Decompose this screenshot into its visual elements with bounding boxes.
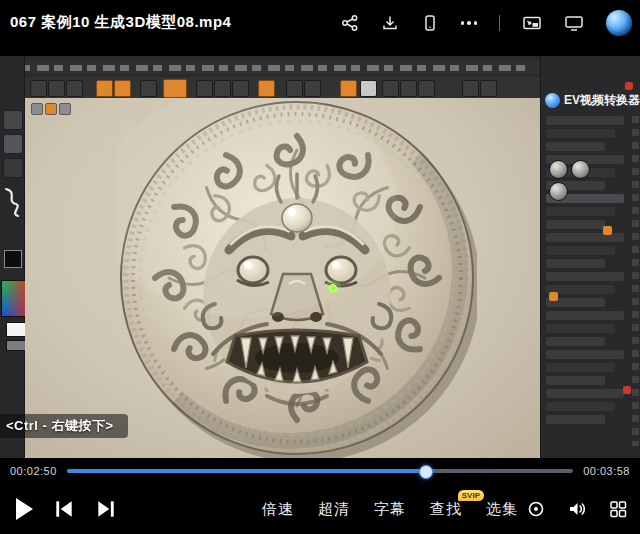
transport-controls xyxy=(16,484,117,534)
toolbar-button xyxy=(30,80,47,97)
video-surface[interactable]: EV视频转换器 <Ctrl - 右键按下> xyxy=(0,56,640,458)
alpha-swatch xyxy=(4,250,22,268)
user-avatar[interactable] xyxy=(606,10,632,36)
toolbar-button-active xyxy=(258,80,275,97)
brush-tool-icon xyxy=(3,110,23,130)
subtitle-button[interactable]: 字幕 xyxy=(374,500,406,519)
next-button[interactable] xyxy=(95,498,117,520)
volume-icon[interactable] xyxy=(566,499,588,519)
seek-bar-played xyxy=(67,469,429,473)
svip-badge: SVIP xyxy=(458,490,484,501)
toolbar-button xyxy=(480,80,497,97)
toolbar-button-active xyxy=(114,80,131,97)
share-icon[interactable] xyxy=(341,14,359,32)
watermark: EV视频转换器 xyxy=(545,92,640,109)
more-icon[interactable] xyxy=(461,21,478,25)
ev-logo-icon xyxy=(545,93,560,108)
controls-bar: 倍速 超清 字幕 查找 SVIP 选集 xyxy=(0,484,640,534)
toolbar-button xyxy=(196,80,213,97)
toolbar-button xyxy=(48,80,65,97)
seek-bar[interactable] xyxy=(67,469,573,473)
panel-orange-button xyxy=(549,292,558,301)
zbrush-menu-items xyxy=(4,65,532,71)
dragon-relief-sculpture xyxy=(117,98,477,458)
toolbar-button xyxy=(360,80,377,97)
toolbar-button xyxy=(382,80,399,97)
canvas-mini-icon xyxy=(45,103,57,115)
grid-layout-icon[interactable] xyxy=(608,499,628,519)
brush-tool-icon xyxy=(3,158,23,178)
episodes-button[interactable]: 选集 xyxy=(486,500,518,519)
toolbar-button xyxy=(304,80,321,97)
titlebar-divider xyxy=(499,15,500,31)
canvas-mini-icon xyxy=(59,103,71,115)
material-sphere-thumb xyxy=(549,160,568,179)
watermark-text: EV视频转换器 xyxy=(564,92,640,109)
keyboard-hint-overlay: <Ctrl - 右键按下> xyxy=(0,414,128,438)
titlebar-actions xyxy=(341,0,633,46)
toolbar-button-active xyxy=(340,80,357,97)
toolbar-button xyxy=(286,80,303,97)
previous-button[interactable] xyxy=(53,498,75,520)
zbrush-ui: EV视频转换器 <Ctrl - 右键按下> xyxy=(0,56,640,458)
material-sphere-thumb xyxy=(571,160,590,179)
title-bar: 067 案例10 生成3D模型08.mp4 xyxy=(0,0,640,46)
panel-orange-button xyxy=(603,226,612,235)
toolbar-button xyxy=(232,80,249,97)
brush-tool-icon xyxy=(3,134,23,154)
panel-red-button xyxy=(625,82,633,90)
seek-handle[interactable] xyxy=(419,465,433,479)
current-time: 00:02:50 xyxy=(10,465,57,477)
stroke-curve-icon xyxy=(2,186,22,218)
toolbar-button-active xyxy=(96,80,113,97)
toolbar-button xyxy=(66,80,83,97)
video-player-window: 067 案例10 生成3D模型08.mp4 xyxy=(0,0,640,534)
video-title: 067 案例10 生成3D模型08.mp4 xyxy=(10,13,231,32)
material-sphere-thumb xyxy=(549,182,568,201)
concentric-circle-icon[interactable] xyxy=(526,499,546,519)
progress-row: 00:02:50 00:03:58 xyxy=(0,458,640,484)
feature-controls: 倍速 超清 字幕 查找 SVIP 选集 xyxy=(262,484,518,534)
find-button[interactable]: 查找 SVIP xyxy=(430,500,462,519)
toolbar-button xyxy=(418,80,435,97)
panel-red-button xyxy=(623,386,631,394)
panel-scroll-strip xyxy=(632,116,639,446)
mobile-device-icon[interactable] xyxy=(421,14,439,32)
toolbar-button xyxy=(140,80,157,97)
play-button[interactable] xyxy=(16,498,33,520)
total-time: 00:03:58 xyxy=(583,465,630,477)
zbrush-canvas xyxy=(25,98,540,458)
cursor-dot xyxy=(330,285,337,292)
toolbar-button xyxy=(462,80,479,97)
toolbar-button xyxy=(214,80,231,97)
canvas-mini-icon xyxy=(31,103,43,115)
zbrush-right-panel: EV视频转换器 xyxy=(540,56,640,458)
toolbar-button-active xyxy=(163,79,187,98)
download-icon[interactable] xyxy=(381,14,399,32)
speed-button[interactable]: 倍速 xyxy=(262,500,294,519)
toolbar-button xyxy=(400,80,417,97)
play-icon xyxy=(16,498,33,520)
cast-screen-icon[interactable] xyxy=(564,14,584,32)
zbrush-left-toolbar xyxy=(0,56,25,458)
right-controls xyxy=(526,484,628,534)
pip-icon[interactable] xyxy=(522,14,542,32)
quality-button[interactable]: 超清 xyxy=(318,500,350,519)
